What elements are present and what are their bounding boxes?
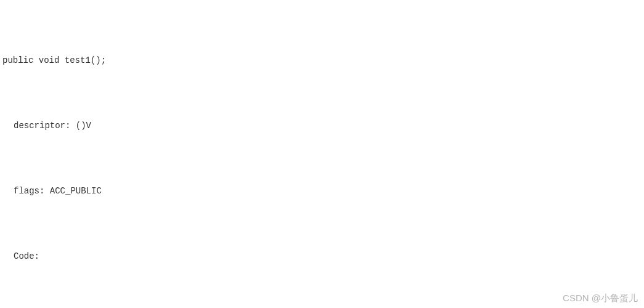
descriptor-line: descriptor: ()V	[2, 118, 642, 134]
code-label: Code:	[2, 248, 642, 264]
text: Code:	[14, 248, 39, 265]
text: public void test1();	[2, 52, 106, 69]
method-signature: public void test1();	[2, 53, 642, 69]
flags-line: flags: ACC_PUBLIC	[2, 183, 642, 199]
bytecode-listing: public void test1(); descriptor: ()V fla…	[0, 0, 644, 308]
text: descriptor: ()V	[14, 118, 91, 134]
text: flags: ACC_PUBLIC	[14, 183, 102, 200]
